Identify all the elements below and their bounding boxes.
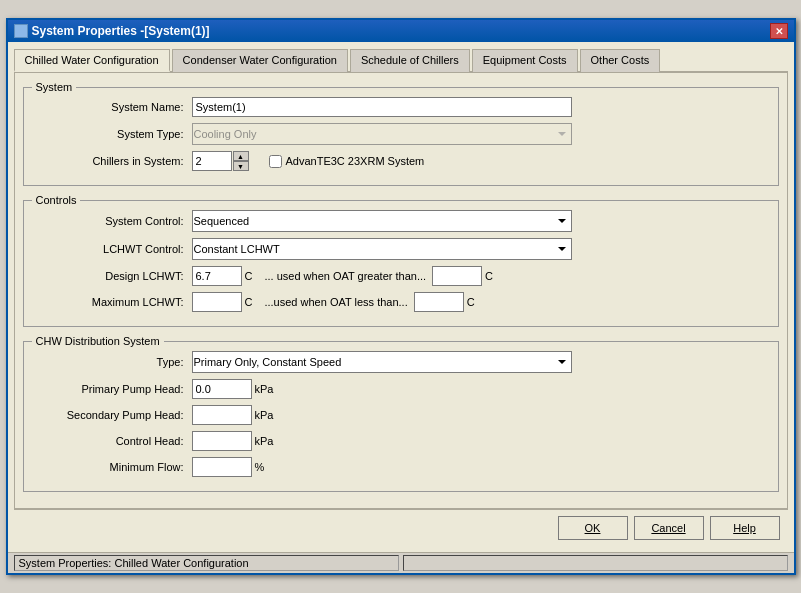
- system-control-label: System Control:: [32, 215, 192, 227]
- spinner-buttons: ▲ ▼: [233, 151, 249, 171]
- system-name-row: System Name:: [32, 97, 770, 117]
- system-control-row: System Control: Sequenced: [32, 210, 770, 232]
- advante-wrap: AdvanTE3C 23XRM System: [269, 155, 425, 168]
- min-flow-label: Minimum Flow:: [32, 461, 192, 473]
- chw-type-row: Type: Primary Only, Constant Speed: [32, 351, 770, 373]
- min-unit: %: [255, 461, 265, 473]
- bottom-bar: OK Cancel Help: [14, 509, 788, 546]
- max-lchwt-row: Maximum LCHWT: C ...used when OAT less t…: [32, 292, 770, 312]
- min-flow-input[interactable]: [192, 457, 252, 477]
- cancel-button[interactable]: Cancel: [634, 516, 704, 540]
- tab-chilled-water[interactable]: Chilled Water Configuration: [14, 49, 170, 72]
- min-flow-row: Minimum Flow: %: [32, 457, 770, 477]
- max-unit: C: [245, 296, 253, 308]
- chillers-input[interactable]: [192, 151, 232, 171]
- chw-type-label: Type:: [32, 356, 192, 368]
- close-button[interactable]: ✕: [770, 23, 788, 39]
- tab-bar: Chilled Water Configuration Condenser Wa…: [14, 48, 788, 73]
- oat-less-text: ...used when OAT less than...: [264, 296, 407, 308]
- chw-type-select[interactable]: Primary Only, Constant Speed: [192, 351, 572, 373]
- primary-pump-label: Primary Pump Head:: [32, 383, 192, 395]
- ok-button[interactable]: OK: [558, 516, 628, 540]
- oat-greater-text: ... used when OAT greater than...: [264, 270, 426, 282]
- secondary-pump-input[interactable]: [192, 405, 252, 425]
- lchwt-control-select[interactable]: Constant LCHWT: [192, 238, 572, 260]
- chw-legend: CHW Distribution System: [32, 335, 164, 347]
- control-head-row: Control Head: kPa: [32, 431, 770, 451]
- design-lchwt-row: Design LCHWT: C ... used when OAT greate…: [32, 266, 770, 286]
- help-button[interactable]: Help: [710, 516, 780, 540]
- design-unit: C: [245, 270, 253, 282]
- max-lchwt-label: Maximum LCHWT:: [32, 296, 192, 308]
- primary-pump-input[interactable]: [192, 379, 252, 399]
- system-name-input[interactable]: [192, 97, 572, 117]
- system-type-select: Cooling Only: [192, 123, 572, 145]
- titlebar: System Properties -[System(1)] ✕: [8, 20, 794, 42]
- spinner-down[interactable]: ▼: [233, 161, 249, 171]
- status-text: System Properties: Chilled Water Configu…: [14, 555, 399, 571]
- secondary-pump-label: Secondary Pump Head:: [32, 409, 192, 421]
- system-type-row: System Type: Cooling Only: [32, 123, 770, 145]
- oat-less-input[interactable]: [414, 292, 464, 312]
- app-icon: [14, 24, 28, 38]
- tab-other-costs[interactable]: Other Costs: [580, 49, 661, 72]
- system-group: System System Name: System Type: Cooling…: [23, 81, 779, 186]
- system-type-label: System Type:: [32, 128, 192, 140]
- primary-unit: kPa: [255, 383, 274, 395]
- lchwt-control-row: LCHWT Control: Constant LCHWT: [32, 238, 770, 260]
- secondary-pump-row: Secondary Pump Head: kPa: [32, 405, 770, 425]
- design-lchwt-label: Design LCHWT:: [32, 270, 192, 282]
- control-head-input[interactable]: [192, 431, 252, 451]
- tab-content-area: System System Name: System Type: Cooling…: [14, 73, 788, 509]
- tab-equipment-costs[interactable]: Equipment Costs: [472, 49, 578, 72]
- secondary-unit: kPa: [255, 409, 274, 421]
- max-lchwt-input[interactable]: [192, 292, 242, 312]
- chillers-spinner: ▲ ▼: [192, 151, 249, 171]
- lchwt-control-label: LCHWT Control:: [32, 243, 192, 255]
- status-empty: [403, 555, 788, 571]
- primary-pump-row: Primary Pump Head: kPa: [32, 379, 770, 399]
- status-bar: System Properties: Chilled Water Configu…: [8, 552, 794, 573]
- controls-legend: Controls: [32, 194, 81, 206]
- system-name-label: System Name:: [32, 101, 192, 113]
- oat-greater-input[interactable]: [432, 266, 482, 286]
- advante-checkbox[interactable]: [269, 155, 282, 168]
- design-lchwt-input[interactable]: [192, 266, 242, 286]
- chillers-label: Chillers in System:: [32, 155, 192, 167]
- main-window: System Properties -[System(1)] ✕ Chilled…: [6, 18, 796, 575]
- control-head-label: Control Head:: [32, 435, 192, 447]
- oat-greater-unit: C: [485, 270, 493, 282]
- tab-condenser-water[interactable]: Condenser Water Configuration: [172, 49, 348, 72]
- chw-group: CHW Distribution System Type: Primary On…: [23, 335, 779, 492]
- titlebar-left: System Properties -[System(1)]: [14, 24, 210, 38]
- window-content: Chilled Water Configuration Condenser Wa…: [8, 42, 794, 552]
- oat-less-unit: C: [467, 296, 475, 308]
- advante-label: AdvanTE3C 23XRM System: [286, 155, 425, 167]
- control-unit: kPa: [255, 435, 274, 447]
- system-control-select[interactable]: Sequenced: [192, 210, 572, 232]
- system-legend: System: [32, 81, 77, 93]
- controls-group: Controls System Control: Sequenced LCHWT…: [23, 194, 779, 327]
- chillers-row: Chillers in System: ▲ ▼ AdvanTE3C 23XRM …: [32, 151, 770, 171]
- spinner-up[interactable]: ▲: [233, 151, 249, 161]
- window-title: System Properties -[System(1)]: [32, 24, 210, 38]
- tab-schedule-chillers[interactable]: Schedule of Chillers: [350, 49, 470, 72]
